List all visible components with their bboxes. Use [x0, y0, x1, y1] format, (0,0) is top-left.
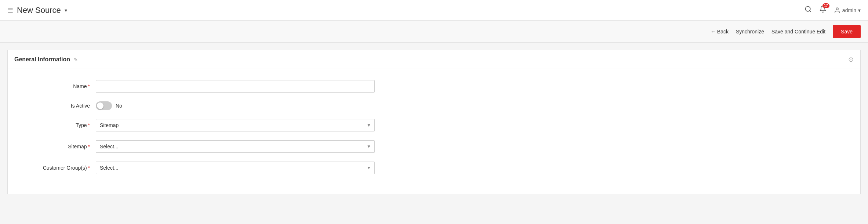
type-select-wrapper: Sitemap ▼	[96, 119, 375, 131]
type-control: Sitemap ▼	[96, 119, 375, 131]
general-information-section: General Information ✎ ⊙ Name* Is Active	[7, 50, 861, 194]
is-active-toggle[interactable]	[96, 101, 112, 110]
name-input[interactable]	[96, 80, 375, 93]
customer-groups-row: Customer Group(s)* Select... ▼	[8, 162, 860, 174]
section-header-left: General Information ✎	[14, 56, 78, 63]
top-nav-left: ☰ New Source ▾	[7, 6, 67, 15]
toggle-no-label: No	[116, 103, 122, 109]
edit-pencil-icon[interactable]: ✎	[74, 57, 78, 62]
is-active-label: Is Active	[15, 103, 96, 109]
is-active-control: No	[96, 101, 375, 110]
notification-badge: 17	[822, 3, 829, 8]
customer-groups-control: Select... ▼	[96, 162, 375, 174]
name-row: Name*	[8, 80, 860, 93]
toggle-wrapper: No	[96, 101, 375, 110]
hamburger-icon[interactable]: ☰	[7, 6, 13, 14]
type-select[interactable]: Sitemap	[96, 119, 375, 131]
toggle-slider	[96, 101, 112, 110]
is-active-row: Is Active No	[8, 101, 860, 110]
title-dropdown-arrow[interactable]: ▾	[65, 7, 67, 13]
svg-point-2	[836, 8, 838, 10]
page-title: New Source	[17, 6, 61, 15]
type-required-star: *	[88, 122, 90, 128]
customer-groups-required-star: *	[88, 165, 90, 171]
sitemap-select[interactable]: Select...	[96, 140, 375, 153]
sitemap-select-wrapper: Select... ▼	[96, 140, 375, 153]
section-header[interactable]: General Information ✎ ⊙	[8, 50, 860, 69]
save-button[interactable]: Save	[833, 25, 861, 38]
type-label: Type*	[15, 122, 96, 128]
name-field-wrapper	[96, 80, 375, 93]
save-continue-button[interactable]: Save and Continue Edit	[771, 29, 825, 35]
name-required-star: *	[88, 83, 90, 89]
type-row: Type* Sitemap ▼	[8, 119, 860, 131]
sitemap-row: Sitemap* Select... ▼	[8, 140, 860, 153]
search-icon[interactable]	[805, 6, 812, 15]
collapse-icon[interactable]: ⊙	[848, 55, 854, 64]
synchronize-button[interactable]: Synchronize	[736, 29, 764, 35]
back-button[interactable]: ← Back	[711, 29, 729, 35]
svg-line-1	[810, 11, 811, 12]
customer-groups-select[interactable]: Select...	[96, 162, 375, 174]
top-nav: ☰ New Source ▾ 17 admin ▾	[0, 0, 868, 21]
customer-groups-select-wrapper: Select... ▼	[96, 162, 375, 174]
form-body: Name* Is Active No	[8, 69, 860, 194]
admin-label: admin	[842, 7, 856, 13]
sitemap-control: Select... ▼	[96, 140, 375, 153]
sitemap-required-star: *	[88, 144, 90, 149]
customer-groups-label: Customer Group(s)*	[15, 165, 96, 171]
top-nav-right: 17 admin ▾	[805, 6, 861, 15]
notification-icon[interactable]: 17	[819, 6, 827, 15]
name-label: Name*	[15, 83, 96, 89]
admin-user-menu[interactable]: admin ▾	[834, 7, 861, 14]
sitemap-label: Sitemap*	[15, 144, 96, 149]
admin-arrow-icon: ▾	[858, 7, 861, 13]
section-title: General Information	[14, 56, 70, 63]
main-content: General Information ✎ ⊙ Name* Is Active	[0, 43, 868, 224]
action-bar: ← Back Synchronize Save and Continue Edi…	[0, 21, 868, 43]
